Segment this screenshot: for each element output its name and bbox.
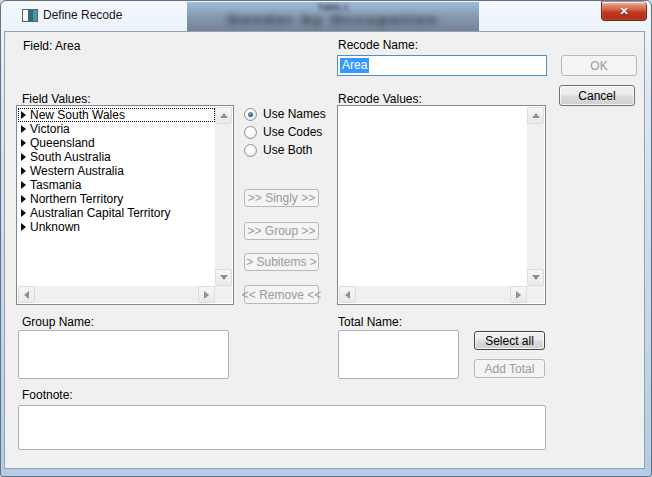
list-item[interactable]: Victoria bbox=[18, 122, 215, 136]
add-total-button[interactable]: Add Total bbox=[474, 359, 545, 378]
ok-button[interactable]: OK bbox=[561, 55, 637, 76]
scroll-up-button[interactable] bbox=[527, 107, 544, 124]
radio-selected-icon bbox=[244, 108, 257, 121]
scroll-track[interactable] bbox=[356, 286, 510, 303]
list-item[interactable]: Australian Capital Territory bbox=[18, 206, 215, 220]
scroll-left-button[interactable] bbox=[339, 286, 356, 303]
field-values-items: New South Wales Victoria Queensland Sout… bbox=[18, 108, 215, 286]
scroll-track[interactable] bbox=[527, 124, 544, 269]
scroll-track[interactable] bbox=[35, 286, 198, 303]
remove-button[interactable]: << Remove << bbox=[244, 285, 319, 304]
scroll-right-icon bbox=[204, 291, 209, 299]
recode-name-label: Recode Name: bbox=[338, 38, 418, 52]
recode-values-label: Recode Values: bbox=[338, 92, 422, 106]
recode-name-input[interactable]: Area bbox=[337, 55, 547, 76]
list-item-label: Western Australia bbox=[30, 164, 124, 178]
scroll-right-button[interactable] bbox=[510, 286, 527, 303]
group-name-label: Group Name: bbox=[22, 315, 94, 329]
singly-button[interactable]: >> Singly >> bbox=[244, 189, 319, 207]
cancel-button[interactable]: Cancel bbox=[559, 85, 635, 106]
item-bullet-icon bbox=[21, 195, 26, 203]
group-button[interactable]: >> Group >> bbox=[244, 222, 319, 240]
list-item[interactable]: Tasmania bbox=[18, 178, 215, 192]
recode-values-items bbox=[339, 108, 527, 286]
item-bullet-icon bbox=[21, 153, 26, 161]
select-all-button[interactable]: Select all bbox=[474, 331, 545, 350]
scroll-right-icon bbox=[516, 291, 521, 299]
list-item-label: Tasmania bbox=[30, 178, 81, 192]
app-icon bbox=[22, 9, 38, 22]
list-item[interactable]: Queensland bbox=[18, 136, 215, 150]
scroll-left-icon bbox=[24, 291, 29, 299]
vertical-scrollbar[interactable] bbox=[215, 107, 232, 286]
item-bullet-icon bbox=[21, 181, 26, 189]
scroll-down-button[interactable] bbox=[215, 269, 232, 286]
list-item[interactable]: Unknown bbox=[18, 220, 215, 234]
field-values-label: Field Values: bbox=[22, 92, 90, 106]
scroll-track[interactable] bbox=[215, 124, 232, 269]
radio-icon bbox=[244, 144, 257, 157]
item-bullet-icon bbox=[21, 111, 26, 119]
vertical-scrollbar[interactable] bbox=[527, 107, 544, 286]
list-item[interactable]: Western Australia bbox=[18, 164, 215, 178]
footnote-label: Footnote: bbox=[22, 388, 73, 402]
radio-label: Use Both bbox=[263, 143, 312, 157]
scroll-left-button[interactable] bbox=[18, 286, 35, 303]
radio-label: Use Names bbox=[263, 107, 326, 121]
scroll-right-button[interactable] bbox=[198, 286, 215, 303]
item-bullet-icon bbox=[21, 209, 26, 217]
scrollbar-corner bbox=[527, 286, 544, 303]
recode-values-listbox[interactable] bbox=[337, 105, 546, 305]
item-bullet-icon bbox=[21, 139, 26, 147]
radio-use-names[interactable]: Use Names bbox=[244, 107, 326, 121]
list-item-label: South Australia bbox=[30, 150, 111, 164]
scroll-left-icon bbox=[345, 291, 350, 299]
radio-use-codes[interactable]: Use Codes bbox=[244, 125, 322, 139]
item-bullet-icon bbox=[21, 125, 26, 133]
radio-label: Use Codes bbox=[263, 125, 322, 139]
subitems-button[interactable]: > Subitems > bbox=[244, 253, 319, 271]
item-bullet-icon bbox=[21, 167, 26, 175]
scroll-down-icon bbox=[220, 275, 228, 280]
background-window-peek: Table 1 Gender by Occupation bbox=[187, 2, 479, 31]
list-item[interactable]: New South Wales bbox=[18, 108, 215, 122]
group-name-input[interactable] bbox=[18, 330, 229, 379]
item-bullet-icon bbox=[21, 223, 26, 231]
close-button[interactable]: ✕ bbox=[601, 1, 647, 21]
scrollbar-corner bbox=[215, 286, 232, 303]
horizontal-scrollbar[interactable] bbox=[339, 286, 527, 303]
list-item-label: Australian Capital Territory bbox=[30, 206, 171, 220]
blurred-background-text: Gender by Occupation bbox=[187, 13, 479, 27]
radio-icon bbox=[244, 126, 257, 139]
radio-use-both[interactable]: Use Both bbox=[244, 143, 312, 157]
scroll-up-icon bbox=[532, 113, 540, 118]
total-name-input[interactable] bbox=[338, 330, 459, 379]
selected-text: Area bbox=[340, 58, 369, 73]
footnote-input[interactable] bbox=[18, 405, 546, 450]
scroll-up-button[interactable] bbox=[215, 107, 232, 124]
blurred-background-text: Table 1 bbox=[187, 2, 479, 12]
list-item-label: Unknown bbox=[30, 220, 80, 234]
close-icon: ✕ bbox=[619, 6, 628, 17]
list-item-label: New South Wales bbox=[30, 108, 125, 122]
field-values-listbox[interactable]: New South Wales Victoria Queensland Sout… bbox=[16, 105, 234, 305]
total-name-label: Total Name: bbox=[338, 315, 402, 329]
list-item[interactable]: South Australia bbox=[18, 150, 215, 164]
scroll-down-button[interactable] bbox=[527, 269, 544, 286]
list-item-label: Queensland bbox=[30, 136, 95, 150]
window-title: Define Recode bbox=[43, 8, 122, 22]
list-item-label: Northern Territory bbox=[30, 192, 123, 206]
scroll-up-icon bbox=[220, 113, 228, 118]
horizontal-scrollbar[interactable] bbox=[18, 286, 215, 303]
define-recode-dialog: Table 1 Gender by Occupation Define Reco… bbox=[0, 0, 652, 477]
scroll-down-icon bbox=[532, 275, 540, 280]
list-item-label: Victoria bbox=[30, 122, 70, 136]
field-label: Field: Area bbox=[23, 39, 80, 53]
list-item[interactable]: Northern Territory bbox=[18, 192, 215, 206]
